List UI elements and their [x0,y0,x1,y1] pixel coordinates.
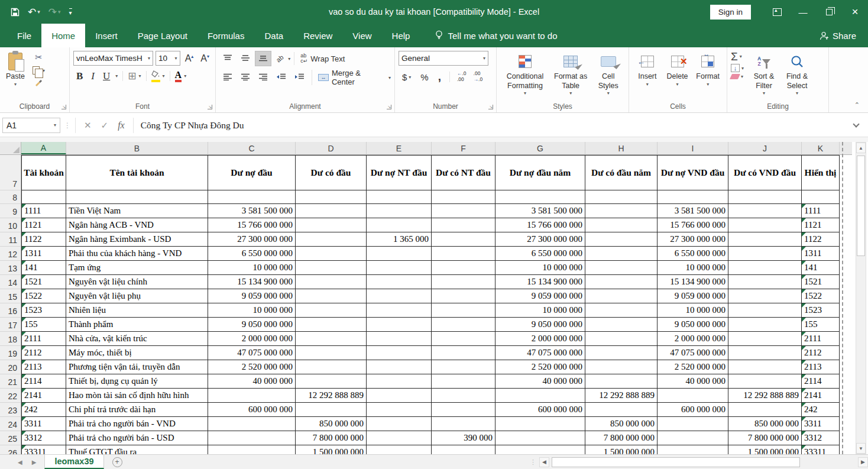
minimize-button[interactable]: — [790,0,816,24]
cell-H9[interactable] [585,204,658,218]
cell-A15[interactable]: 1522 [21,289,66,303]
row-header-16[interactable]: 16 [0,303,21,318]
cell-E18[interactable] [367,332,432,346]
cell-J9[interactable] [728,204,802,218]
cell-I8[interactable] [658,190,728,204]
cell-A9[interactable]: 1111 [21,204,66,218]
cell-K13[interactable]: 141 [802,261,840,275]
cell-A22[interactable]: 2141 [21,389,66,403]
merge-center-button[interactable]: ↔ Merge & Center ▾ [318,69,391,86]
format-painter-button[interactable] [33,77,44,88]
increase-decimal-button[interactable]: ←.0.00 [455,71,469,83]
cell-B23[interactable]: Chi phí trả trước dài hạn [66,403,208,417]
ribbon-tab-review[interactable]: Review [293,24,342,47]
cell-C16[interactable]: 10 000 000 [208,303,296,318]
cell-B11[interactable]: Ngân hàng Eximbank - USD [66,232,208,247]
cell-D18[interactable] [296,332,367,346]
horizontal-scroll-thumb[interactable] [552,457,800,467]
paste-button[interactable]: Paste ▾ [4,51,27,89]
cell-K23[interactable]: 242 [802,403,840,417]
namebox-splitter[interactable]: ⋮ [64,121,72,130]
cell-B13[interactable]: Tạm ứng [66,261,208,275]
align-bottom-button[interactable] [255,51,271,66]
cell-J19[interactable] [728,346,802,360]
cell-E21[interactable] [367,374,432,389]
increase-font-size-button[interactable]: A▴ [183,53,196,64]
cell-F13[interactable] [432,261,495,275]
clear-button[interactable]: ▾ [731,74,744,79]
cell-F20[interactable] [432,360,495,374]
cell-C12[interactable]: 6 550 000 000 [208,247,296,261]
cell-B12[interactable]: Phải thu của khách hàng - VND [66,247,208,261]
cell-I25[interactable] [658,431,728,445]
cell-D17[interactable] [296,318,367,332]
font-dialog-launcher[interactable] [208,105,212,109]
accounting-format-button[interactable]: $ ▾ [399,72,414,82]
cell-F26[interactable] [432,445,495,454]
cell-G13[interactable]: 10 000 000 [495,261,585,275]
row-header-9[interactable]: 9 [0,204,21,218]
cell-I7[interactable]: Dư nợ VND đầu [658,155,728,190]
cell-K22[interactable]: 2141 [802,389,840,403]
conditional-formatting-button[interactable]: Conditional Formatting ▾ [500,51,550,98]
cell-D26[interactable]: 1 500 000 000 [296,445,367,454]
cell-G16[interactable]: 10 000 000 [495,303,585,318]
cell-B9[interactable]: Tiền Việt Nam [66,204,208,218]
cell-A17[interactable]: 155 [21,318,66,332]
cell-D14[interactable] [296,275,367,289]
cell-K18[interactable]: 2111 [802,332,840,346]
cell-B22[interactable]: Hao mòn tài sản cố định hữu hình [66,389,208,403]
row-header-12[interactable]: 12 [0,247,21,261]
cell-I9[interactable]: 3 581 500 000 [658,204,728,218]
sort-filter-button[interactable]: AZ Sort & Filter ▾ [747,51,780,98]
number-format-combo[interactable]: General▾ [399,51,488,66]
cell-J26[interactable]: 1 500 000 000 [728,445,802,454]
fill-button[interactable]: ↓▾ [731,64,744,72]
cell-E26[interactable] [367,445,432,454]
collapse-ribbon-icon[interactable]: ⌃ [854,101,860,109]
cell-K25[interactable]: 3312 [802,431,840,445]
cell-I19[interactable]: 47 075 000 000 [658,346,728,360]
fill-color-dropdown[interactable]: ▾ [163,73,165,79]
row-header-13[interactable]: 13 [0,261,21,275]
cell-E17[interactable] [367,318,432,332]
cell-F10[interactable] [432,218,495,232]
cell-styles-button[interactable]: Cell Styles ▾ [591,51,625,98]
cell-A24[interactable]: 3311 [21,417,66,431]
cell-I21[interactable]: 40 000 000 [658,374,728,389]
orientation-button[interactable]: ab [270,50,289,68]
cell-E14[interactable] [367,275,432,289]
cell-F14[interactable] [432,275,495,289]
cell-A19[interactable]: 2112 [21,346,66,360]
cell-K20[interactable]: 2113 [802,360,840,374]
vertical-scroll-thumb[interactable] [857,156,865,256]
cell-G18[interactable]: 2 000 000 000 [495,332,585,346]
cell-E8[interactable] [367,190,432,204]
cell-C11[interactable]: 27 300 000 000 [208,232,296,247]
sheet-tab-active[interactable]: leomax39 [44,455,103,469]
cell-C24[interactable] [208,417,296,431]
expand-formula-bar-icon[interactable] [844,124,868,127]
column-header-J[interactable]: J [728,142,802,154]
cell-H8[interactable] [585,190,658,204]
column-header-G[interactable]: G [495,142,585,154]
cell-K15[interactable]: 1522 [802,289,840,303]
format-cells-button[interactable]: ↔ Format ▾ [692,51,723,89]
ribbon-tab-home[interactable]: Home [41,24,85,47]
cell-B8[interactable] [66,190,208,204]
cell-I26[interactable] [658,445,728,454]
cell-G10[interactable]: 15 766 000 000 [495,218,585,232]
cell-G12[interactable]: 6 550 000 000 [495,247,585,261]
cell-G14[interactable]: 15 134 900 000 [495,275,585,289]
wrap-text-button[interactable]: abc↵ Wrap Text [300,53,345,64]
font-color-dropdown[interactable]: ▾ [184,73,186,79]
column-header-K[interactable]: K [802,142,840,154]
cell-J25[interactable]: 7 800 000 000 [728,431,802,445]
row-header-14[interactable]: 14 [0,275,21,289]
cell-C18[interactable]: 2 000 000 000 [208,332,296,346]
cell-G20[interactable]: 2 520 000 000 [495,360,585,374]
cell-K26[interactable]: 33311 [802,445,840,454]
name-box[interactable]: A1▾ [2,118,60,133]
cell-G21[interactable]: 40 000 000 [495,374,585,389]
ribbon-tab-file[interactable]: File [7,24,41,47]
